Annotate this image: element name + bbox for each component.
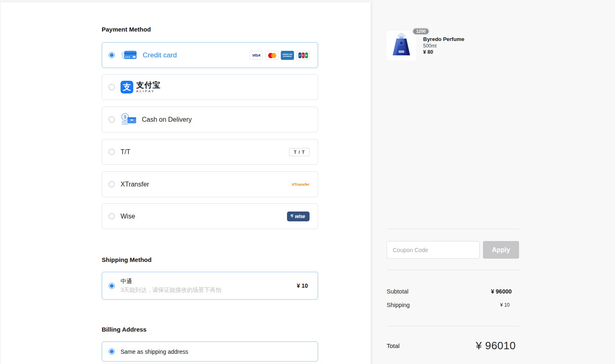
alipay-icon: 支 [121, 81, 133, 93]
radio-alipay[interactable] [109, 84, 115, 90]
cash-on-delivery-icon: $ [121, 112, 137, 127]
divider [387, 270, 519, 270]
tt-label: T/T [121, 148, 130, 156]
perfume-bottle-image [390, 32, 413, 59]
subtotal-row: Subtotal ¥ 96000 [387, 288, 519, 295]
alipay-label-cn: 支付宝 [136, 81, 161, 89]
alipay-logo: 支 支付宝 ALIPAY [121, 81, 161, 93]
credit-card-label: Credit card [143, 51, 177, 59]
cash-on-delivery-label: Cash on Delivery [142, 116, 192, 123]
total-value: ¥ 96010 [476, 339, 516, 352]
wise-label: Wise [121, 213, 135, 220]
shipping-carrier-name: 中通 [121, 278, 221, 285]
total-label: Total [387, 342, 400, 349]
billing-option-label: Same as shipping address [121, 348, 188, 355]
xtransfer-label: XTransfer [121, 181, 149, 188]
payment-option-cash-on-delivery[interactable]: $ Cash on Delivery [102, 107, 318, 132]
payment-option-tt[interactable]: T/T T / T [102, 139, 318, 165]
shipping-option-zto[interactable]: 中通 3天能到达，请保证能接收的场景下再拍 ¥ 10 [102, 272, 318, 300]
subtotal-label: Subtotal [387, 288, 408, 295]
checkout-form-panel: Payment Method Credit card VISA [1, 2, 372, 364]
wise-flag-icon [291, 214, 294, 218]
svg-text:$: $ [124, 114, 126, 119]
apply-coupon-button[interactable]: Apply [483, 241, 519, 259]
shipping-row: Shipping ¥ 10 [387, 302, 519, 308]
quantity-badge: 1200 [412, 28, 429, 35]
radio-xtransfer[interactable] [109, 181, 115, 187]
wise-logo-icon: wise [287, 212, 310, 221]
mastercard-icon [265, 51, 278, 60]
jcb-icon: J C B [296, 51, 310, 60]
billing-option-same-as-shipping[interactable]: Same as shipping address [102, 341, 318, 362]
radio-credit-card[interactable] [109, 52, 115, 58]
payment-option-xtransfer[interactable]: XTransfer XTransfer [102, 171, 318, 197]
payment-option-alipay[interactable]: 支 支付宝 ALIPAY [102, 74, 318, 100]
billing-address-title: Billing Address [102, 326, 146, 333]
divider [387, 229, 519, 229]
shipping-value: ¥ 10 [500, 302, 510, 308]
payment-option-wise[interactable]: Wise wise [102, 203, 318, 229]
tt-badge-icon: T / T [289, 148, 310, 156]
amex-icon: AMERICANEXPRESS [281, 51, 294, 60]
subtotal-value: ¥ 96000 [491, 288, 512, 295]
payment-option-credit-card[interactable]: Credit card VISA AMERICANEXPRESS J C B [102, 42, 318, 68]
radio-tt[interactable] [109, 149, 115, 155]
shipping-option-price: ¥ 10 [297, 282, 308, 289]
product-price: ¥ 80 [423, 49, 433, 55]
coupon-code-input[interactable] [387, 241, 480, 259]
radio-billing-same[interactable] [109, 348, 115, 355]
shipping-carrier-note: 3天能到达，请保证能接收的场景下再拍 [121, 287, 221, 294]
xtransfer-logo-icon: XTransfer [292, 182, 310, 187]
product-image [387, 31, 416, 60]
divider [387, 326, 519, 326]
total-row: Total ¥ 96010 [387, 339, 519, 352]
radio-cash-on-delivery[interactable] [109, 116, 115, 123]
shipping-method-title: Shipping Method [102, 256, 152, 263]
radio-wise[interactable] [109, 213, 115, 219]
alipay-label-en: ALIPAY [136, 89, 161, 93]
product-name: Byredo Perfume [423, 36, 464, 42]
radio-shipping-zto[interactable] [109, 283, 115, 289]
shipping-label: Shipping [387, 302, 410, 308]
product-size: 500ml [423, 43, 437, 49]
visa-icon: VISA [250, 51, 263, 60]
order-summary-panel: 1200 Byredo Perfume 500ml ¥ 80 Apply Sub… [373, 0, 615, 364]
payment-method-title: Payment Method [102, 26, 151, 33]
credit-card-icon [121, 47, 138, 64]
